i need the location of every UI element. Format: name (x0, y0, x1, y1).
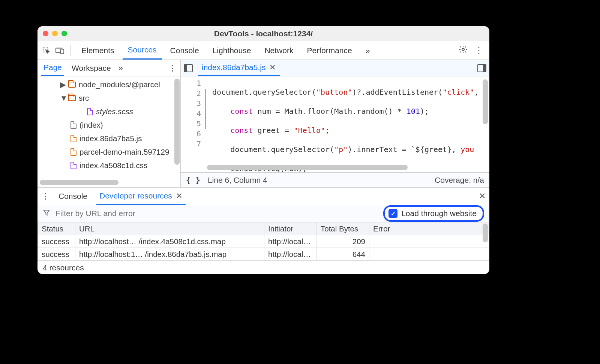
twisty-icon[interactable]: ▼ (60, 94, 65, 103)
nav-tab-workspace[interactable]: Workspace (69, 60, 113, 76)
cursor-position: Line 6, Column 4 (208, 176, 267, 185)
tab-network[interactable]: Network (259, 41, 298, 60)
file-icon (70, 121, 76, 129)
code-content[interactable]: document.querySelector("button")?.addEve… (207, 76, 489, 172)
load-through-website-toggle[interactable]: ✓ Load through website (383, 205, 484, 222)
cell-initiator: http://local… (264, 248, 317, 261)
resource-count: 4 resources (43, 263, 84, 272)
tree-file-styles-scss[interactable]: styles.scss (38, 105, 180, 118)
filter-icon[interactable] (43, 209, 50, 218)
file-icon (70, 148, 76, 156)
drawer-more-icon[interactable]: ⋮ (41, 191, 50, 201)
cell-url: http://localhost:1… /index.86da7ba5.js.m… (75, 248, 264, 261)
toggle-navigator-icon[interactable] (184, 64, 193, 72)
tree-file-index-js[interactable]: index.86da7ba5.js (38, 132, 180, 145)
cell-bytes: 209 (317, 235, 369, 248)
drawer-footer: 4 resources (38, 261, 489, 274)
tree-label: parcel-demo-main.597129 (80, 148, 169, 157)
col-initiator[interactable]: Initiator (264, 222, 317, 235)
settings-icon[interactable] (459, 45, 468, 56)
table-scrollbar-vertical[interactable] (483, 224, 488, 242)
tab-sources[interactable]: Sources (123, 41, 162, 60)
drawer-tab-label: Developer resources (99, 191, 172, 200)
cell-error (369, 235, 489, 248)
tree-file-index-css[interactable]: index.4a508c1d.css (38, 159, 180, 172)
tab-elements[interactable]: Elements (76, 41, 120, 60)
folder-icon (68, 95, 76, 101)
inspect-element-icon[interactable] (41, 46, 52, 55)
toggle-debugger-icon[interactable] (477, 64, 486, 72)
cell-error (369, 248, 489, 261)
tree-file-index[interactable]: (index) (38, 118, 180, 132)
tree-label: styles.scss (96, 107, 133, 116)
nav-tabs-overflow-icon[interactable]: » (118, 63, 123, 73)
more-icon[interactable]: ⋮ (474, 45, 483, 56)
svg-rect-2 (61, 49, 64, 54)
scrollbar-horizontal[interactable] (40, 180, 118, 185)
tab-performance[interactable]: Performance (302, 41, 357, 60)
close-drawer-icon[interactable]: ✕ (479, 191, 486, 201)
table-header-row: Status URL Initiator Total Bytes Error (38, 222, 489, 235)
window-title: DevTools - localhost:1234/ (38, 29, 489, 38)
col-status[interactable]: Status (38, 222, 75, 235)
col-total-bytes[interactable]: Total Bytes (317, 222, 369, 235)
tree-label: index.4a508c1d.css (80, 161, 147, 170)
svg-point-3 (462, 48, 464, 51)
tree-file-parcel-demo[interactable]: parcel-demo-main.597129 (38, 145, 180, 159)
cell-initiator: http://local… (264, 235, 317, 248)
pretty-print-icon[interactable]: { } (186, 176, 200, 185)
tab-console[interactable]: Console (165, 41, 204, 60)
editor-tab-index-js[interactable]: index.86da7ba5.js ✕ (198, 60, 280, 76)
filter-bar: ✓ Load through website (38, 205, 489, 222)
tab-lighthouse[interactable]: Lighthouse (207, 41, 256, 60)
tree-label: src (79, 94, 89, 103)
code-editor[interactable]: 123 4567 document.querySelector("button"… (181, 76, 489, 172)
twisty-icon[interactable]: ▶ (60, 80, 65, 89)
scrollbar-vertical[interactable] (174, 79, 180, 165)
drawer-panel: ⋮ Console Developer resources ✕ ✕ ✓ Load… (38, 187, 489, 274)
line-gutter: 123 4567 (181, 76, 207, 172)
tree-folder-src[interactable]: ▼ src (38, 91, 180, 105)
tree-label: (index) (80, 121, 103, 130)
device-toggle-icon[interactable] (55, 47, 65, 54)
coverage-status: Coverage: n/a (435, 176, 484, 185)
file-icon (70, 135, 76, 142)
table-row[interactable]: success http://localhost… /index.4a508c1… (38, 235, 489, 248)
close-drawer-tab-icon[interactable]: ✕ (176, 191, 183, 200)
cell-url: http://localhost… /index.4a508c1d.css.ma… (75, 235, 264, 248)
cell-status: success (38, 235, 75, 248)
editor-scrollbar-vertical[interactable] (483, 79, 488, 124)
nav-tab-page[interactable]: Page (41, 60, 64, 76)
checkbox-checked-icon[interactable]: ✓ (388, 209, 398, 218)
drawer-tab-developer-resources[interactable]: Developer resources ✕ (96, 188, 186, 205)
drawer-tab-console[interactable]: Console (56, 188, 90, 205)
titlebar: DevTools - localhost:1234/ (38, 26, 489, 41)
cell-status: success (38, 248, 75, 261)
editor-pane: index.86da7ba5.js ✕ 123 4567 document.qu… (181, 60, 489, 187)
col-url[interactable]: URL (75, 222, 264, 235)
editor-tab-label: index.86da7ba5.js (202, 63, 266, 72)
col-error[interactable]: Error (369, 222, 489, 235)
close-tab-icon[interactable]: ✕ (269, 63, 276, 72)
navigator-tabs: Page Workspace » ⋮ (38, 60, 180, 76)
tree-label: index.86da7ba5.js (80, 134, 142, 143)
cell-bytes: 644 (317, 248, 369, 261)
editor-tabstrip: index.86da7ba5.js ✕ (181, 60, 489, 76)
load-through-label: Load through website (401, 209, 477, 218)
file-icon (87, 108, 93, 115)
editor-scrollbar-horizontal[interactable] (207, 165, 474, 170)
editor-statusbar: { } Line 6, Column 4 Coverage: n/a (181, 172, 489, 187)
tabs-overflow-icon[interactable]: » (360, 41, 375, 60)
nav-more-icon[interactable]: ⋮ (168, 63, 177, 73)
file-icon (70, 162, 76, 169)
file-tree: ▶ node_modules/@parcel ▼ src styles.scss (38, 76, 180, 187)
tree-label: node_modules/@parcel (79, 80, 160, 89)
main-toolbar: Elements Sources Console Lighthouse Netw… (38, 41, 489, 60)
navigator-pane: Page Workspace » ⋮ ▶ node_modules/@parce… (38, 60, 181, 187)
filter-input[interactable] (56, 209, 378, 218)
tree-folder-node-modules[interactable]: ▶ node_modules/@parcel (38, 78, 180, 91)
resources-table-wrap: Status URL Initiator Total Bytes Error s… (38, 222, 489, 261)
resources-table: Status URL Initiator Total Bytes Error s… (38, 222, 489, 261)
table-row[interactable]: success http://localhost:1… /index.86da7… (38, 248, 489, 261)
folder-icon (68, 82, 76, 88)
